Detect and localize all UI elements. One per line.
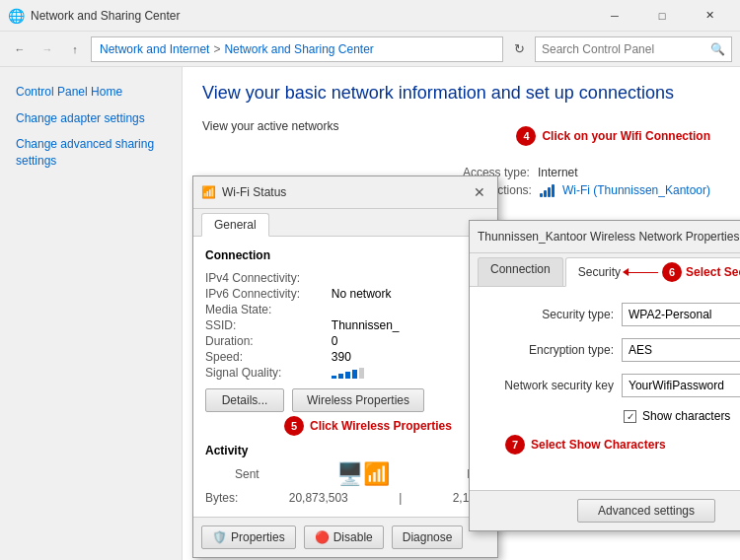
wifi-dialog-titlebar: 📶 Wi-Fi Status ✕ — [193, 176, 497, 209]
annotation-5: 5 Click Wireless Properties — [284, 416, 485, 436]
main-container: Control Panel Home Change adapter settin… — [0, 67, 740, 560]
annotation-num-5: 5 — [284, 416, 304, 436]
close-button[interactable]: ✕ — [687, 0, 732, 32]
annotation-text-6: Select Security Tab — [686, 265, 740, 279]
table-row: Speed: 390 — [205, 349, 485, 365]
speed-label: Speed: — [205, 349, 332, 365]
table-row: Duration: 0 — [205, 333, 485, 349]
encryption-type-select[interactable]: AES ▼ — [622, 338, 740, 362]
encryption-type-label: Encryption type: — [485, 343, 614, 357]
ipv4-value — [332, 270, 485, 286]
window-title: Network and Sharing Center — [31, 9, 592, 23]
search-box[interactable]: 🔍 — [535, 36, 732, 62]
security-type-row: Security type: WPA2-Personal ▼ — [485, 303, 740, 326]
wifi-icon: 📶 — [201, 185, 216, 199]
signal-bars — [540, 183, 555, 197]
annotation-text-4: Click on your Wifi Connection — [542, 129, 710, 143]
tab-general[interactable]: General — [201, 213, 269, 237]
separator: | — [399, 491, 402, 505]
minimize-button[interactable]: ─ — [592, 0, 637, 32]
wnp-footer: Advanced settings — [470, 490, 740, 530]
maximize-button[interactable]: □ — [639, 0, 685, 32]
details-button[interactable]: Details... — [205, 388, 284, 412]
security-type-label: Security type: — [485, 308, 614, 321]
up-button[interactable]: ↑ — [63, 37, 87, 61]
search-icon: 🔍 — [710, 42, 725, 56]
bytes-row: Bytes: 20,873,503 | 2,178, — [205, 491, 485, 505]
back-button[interactable]: ← — [8, 37, 32, 61]
media-label: Media State: — [205, 302, 332, 317]
wifi-status-dialog: 📶 Wi-Fi Status ✕ General Connection IPv4… — [192, 175, 498, 558]
address-bar: ← → ↑ Network and Internet > Network and… — [0, 32, 740, 67]
diagnose-label: Diagnose — [403, 530, 453, 544]
disable-label: Disable — [333, 530, 373, 544]
annotation-6-inline: 6 Select Security Tab — [629, 262, 740, 282]
address-field[interactable]: Network and Internet > Network and Shari… — [91, 36, 503, 62]
table-row: IPv6 Connectivity: No network — [205, 286, 485, 302]
properties-label: Properties — [231, 530, 285, 544]
ipv6-label: IPv6 Connectivity: — [205, 286, 332, 302]
access-type-value: Internet — [538, 166, 578, 179]
ssid-value: Thunnissen_ — [332, 317, 485, 333]
properties-icon: 🛡️ — [212, 530, 227, 544]
connection-section-label: Connection — [205, 248, 485, 262]
sidebar: Control Panel Home Change adapter settin… — [0, 67, 183, 560]
properties-button[interactable]: 🛡️ Properties — [201, 525, 296, 549]
title-bar: 🌐 Network and Sharing Center ─ □ ✕ — [0, 0, 740, 32]
advanced-settings-button[interactable]: Advanced settings — [577, 499, 715, 523]
sidebar-item-home[interactable]: Control Panel Home — [0, 79, 182, 105]
page-title: View your basic network information and … — [202, 83, 720, 104]
ipv4-label: IPv4 Connectivity: — [205, 270, 332, 286]
activity-label: Activity — [205, 444, 485, 457]
signal-label: Signal Quality: — [205, 365, 332, 381]
ssid-label: SSID: — [205, 317, 332, 333]
encryption-type-value: AES — [629, 343, 652, 357]
network-key-label: Network security key — [485, 379, 614, 392]
window-controls: ─ □ ✕ — [592, 0, 732, 32]
wifi-bottom-buttons: 🛡️ Properties 🔴 Disable Diagnose — [193, 517, 497, 557]
table-row: Signal Quality: — [205, 365, 485, 381]
content-area: View your basic network information and … — [183, 67, 740, 560]
annotation-text-5: Click Wireless Properties — [310, 419, 452, 433]
annotation-4: 4 Click on your Wifi Connection — [516, 126, 710, 146]
activity-header: Sent 🖥️📶 R — [205, 461, 485, 487]
tab-security[interactable]: Security 6 Select Security Tab — [565, 257, 740, 287]
wifi-dialog-title: Wi-Fi Status — [222, 185, 286, 199]
sidebar-item-advanced[interactable]: Change advanced sharing settings — [0, 132, 182, 174]
breadcrumb-network-internet[interactable]: Network and Internet — [100, 42, 209, 56]
wnp-titlebar: Thunnissen_Kantoor Wireless Network Prop… — [470, 221, 740, 253]
media-value — [332, 302, 485, 317]
connection-fields-table: IPv4 Connectivity: IPv6 Connectivity: No… — [205, 270, 485, 381]
signal-value — [332, 365, 485, 381]
show-characters-label: Show characters — [642, 409, 730, 423]
duration-value: 0 — [332, 333, 485, 349]
network-icon: 🖥️📶 — [336, 461, 390, 487]
show-characters-checkbox[interactable]: ✓ — [624, 410, 636, 423]
sent-label: Sent — [235, 467, 259, 481]
show-characters-row: ✓ Show characters — [624, 409, 740, 423]
connections-value[interactable]: Wi-Fi (Thunnissen_Kantoor) — [562, 183, 710, 197]
disable-button[interactable]: 🔴 Disable — [304, 525, 384, 549]
sidebar-item-adapter[interactable]: Change adapter settings — [0, 105, 182, 132]
wireless-network-properties-dialog: Thunnissen_Kantoor Wireless Network Prop… — [469, 220, 740, 531]
breadcrumb-sharing-center[interactable]: Network and Sharing Center — [224, 42, 373, 56]
network-info-panel: Access type: Internet Connections: Wi-Fi… — [463, 166, 710, 201]
wifi-dialog-close[interactable]: ✕ — [470, 182, 489, 202]
search-input[interactable] — [542, 42, 706, 56]
table-row: Media State: — [205, 302, 485, 317]
network-key-row: Network security key — [485, 374, 740, 397]
tab-connection[interactable]: Connection — [478, 257, 563, 286]
sent-bytes: 20,873,503 — [289, 491, 348, 505]
diagnose-button[interactable]: Diagnose — [392, 525, 464, 549]
refresh-button[interactable]: ↻ — [507, 37, 531, 61]
app-icon: 🌐 — [8, 8, 25, 24]
ipv6-value: No network — [332, 286, 485, 302]
network-key-input[interactable] — [622, 374, 740, 397]
wifi-dialog-tabs: General — [193, 209, 497, 237]
access-type-row: Access type: Internet — [463, 166, 710, 179]
encryption-type-row: Encryption type: AES ▼ — [485, 338, 740, 362]
security-type-select[interactable]: WPA2-Personal ▼ — [622, 303, 740, 326]
wireless-properties-button[interactable]: Wireless Properties — [292, 388, 424, 412]
forward-button[interactable]: → — [36, 37, 59, 61]
table-row: IPv4 Connectivity: — [205, 270, 485, 286]
